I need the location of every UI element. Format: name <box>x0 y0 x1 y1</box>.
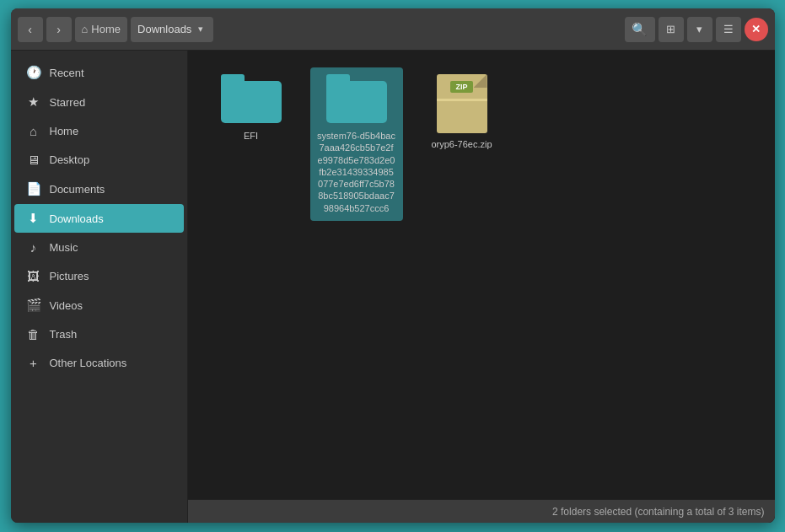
file-name-system76: system76-d5b4bac7aaa426cb5b7e2fe9978d5e7… <box>317 130 396 214</box>
menu-icon: ☰ <box>723 23 734 35</box>
recent-icon: 🕐 <box>26 65 41 80</box>
back-button[interactable]: ‹ <box>18 17 43 42</box>
breadcrumb: Downloads ▾ <box>131 17 213 42</box>
home-icon: ⌂ <box>82 23 89 35</box>
search-button[interactable]: 🔍 <box>625 17 655 42</box>
file-item-system76[interactable]: system76-d5b4bac7aaa426cb5b7e2fe9978d5e7… <box>310 67 403 221</box>
downloads-icon: ⬇ <box>26 211 41 226</box>
breadcrumb-current: Downloads <box>137 23 191 35</box>
sidebar-label-music: Music <box>50 241 78 254</box>
sidebar: 🕐Recent★Starred⌂Home🖥Desktop📄Documents⬇D… <box>11 51 188 523</box>
toolbar: ‹ › ⌂ Home Downloads ▾ 🔍 ⊞ ▾ ☰ ✕ <box>11 8 775 51</box>
other-locations-icon: + <box>26 356 41 370</box>
close-button[interactable]: ✕ <box>745 18 768 41</box>
home-icon: ⌂ <box>26 124 41 138</box>
search-icon: 🔍 <box>632 22 648 37</box>
starred-icon: ★ <box>26 94 41 110</box>
sidebar-item-music[interactable]: ♪Music <box>14 234 184 261</box>
file-item-oryp6-zip[interactable]: ZIPoryp6-76ec.zip <box>416 67 508 221</box>
breadcrumb-dropdown-button[interactable]: ▾ <box>195 22 207 36</box>
home-button[interactable]: ⌂ Home <box>75 17 128 42</box>
sidebar-item-pictures[interactable]: 🖼Pictures <box>14 262 184 290</box>
forward-button[interactable]: › <box>46 17 72 42</box>
sidebar-item-other-locations[interactable]: +Other Locations <box>14 349 184 377</box>
sidebar-label-downloads: Downloads <box>50 212 104 225</box>
file-manager-window: ‹ › ⌂ Home Downloads ▾ 🔍 ⊞ ▾ ☰ ✕ <box>11 8 775 523</box>
pictures-icon: 🖼 <box>26 269 41 283</box>
status-text: 2 folders selected (containing a total o… <box>552 506 764 518</box>
close-icon: ✕ <box>751 23 761 35</box>
sidebar-label-home: Home <box>50 125 79 137</box>
desktop-icon: 🖥 <box>26 153 41 167</box>
file-name-oryp6-zip: oryp6-76ec.zip <box>431 138 492 150</box>
sidebar-label-pictures: Pictures <box>50 270 89 282</box>
sidebar-label-documents: Documents <box>50 183 105 196</box>
trash-icon: 🗑 <box>26 327 41 341</box>
forward-icon: › <box>56 23 61 36</box>
view-options-icon: ⊞ <box>666 23 675 35</box>
sidebar-label-recent: Recent <box>50 67 84 79</box>
sidebar-label-videos: Videos <box>50 299 83 312</box>
sort-button[interactable]: ▾ <box>687 17 712 42</box>
sidebar-item-downloads[interactable]: ⬇Downloads <box>14 204 184 233</box>
music-icon: ♪ <box>26 240 41 255</box>
sidebar-item-videos[interactable]: 🎬Videos <box>14 291 184 320</box>
file-name-efi: EFI <box>244 130 258 142</box>
sidebar-label-trash: Trash <box>50 328 78 341</box>
content-area: EFIsystem76-d5b4bac7aaa426cb5b7e2fe9978d… <box>188 51 775 523</box>
back-icon: ‹ <box>28 23 32 36</box>
status-bar: 2 folders selected (containing a total o… <box>188 499 775 523</box>
menu-button[interactable]: ☰ <box>716 17 741 42</box>
sidebar-item-starred[interactable]: ★Starred <box>14 88 184 116</box>
sidebar-label-other-locations: Other Locations <box>50 357 127 369</box>
documents-icon: 📄 <box>26 181 41 196</box>
home-label: Home <box>91 23 121 35</box>
sidebar-item-documents[interactable]: 📄Documents <box>14 175 184 203</box>
sidebar-item-trash[interactable]: 🗑Trash <box>14 320 184 348</box>
videos-icon: 🎬 <box>26 298 41 313</box>
folder-icon-efi <box>221 74 282 125</box>
file-grid: EFIsystem76-d5b4bac7aaa426cb5b7e2fe9978d… <box>188 51 775 499</box>
sidebar-label-starred: Starred <box>50 96 86 109</box>
zip-icon-oryp6-zip: ZIP <box>437 74 487 133</box>
sidebar-item-recent[interactable]: 🕐Recent <box>14 58 184 87</box>
main-area: 🕐Recent★Starred⌂Home🖥Desktop📄Documents⬇D… <box>11 51 775 523</box>
sidebar-item-home[interactable]: ⌂Home <box>14 117 184 145</box>
view-options-button[interactable]: ⊞ <box>659 17 684 42</box>
sidebar-item-desktop[interactable]: 🖥Desktop <box>14 146 184 174</box>
sidebar-label-desktop: Desktop <box>50 153 90 166</box>
folder-icon-system76 <box>326 74 387 125</box>
file-item-efi[interactable]: EFI <box>205 67 298 221</box>
sort-icon: ▾ <box>696 23 702 35</box>
